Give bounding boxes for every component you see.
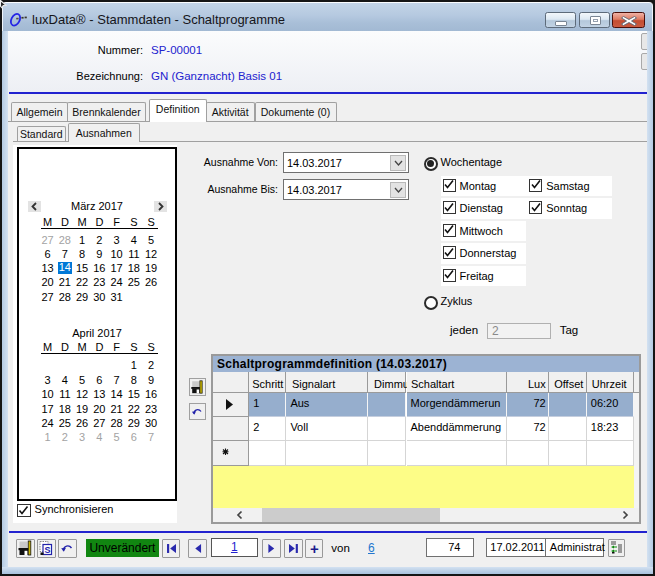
svg-text:S: S: [45, 545, 51, 555]
